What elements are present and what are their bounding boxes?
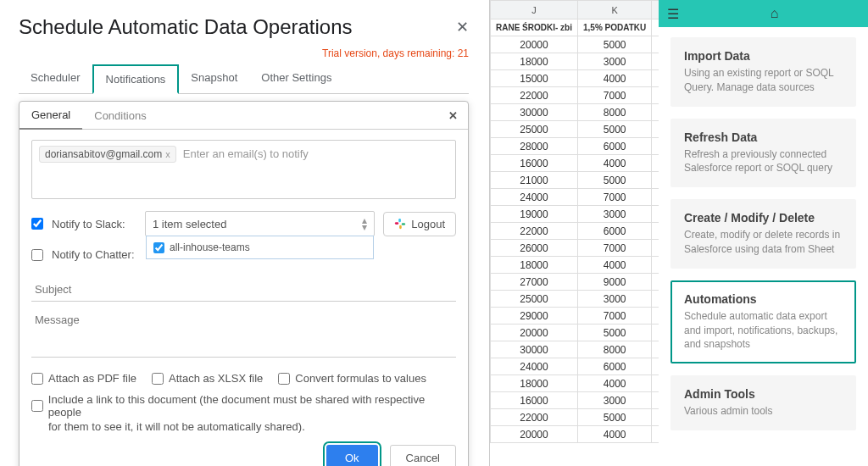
table-row[interactable]: 250005000 bbox=[491, 121, 659, 138]
table-row[interactable]: 210005000 bbox=[491, 172, 659, 189]
logout-button[interactable]: Logout bbox=[383, 212, 456, 236]
tab-notifications[interactable]: Notifications bbox=[92, 64, 180, 94]
sheet-table[interactable]: JK RANE ŚRODKI- zbi1,5% PODATKU200005000… bbox=[490, 0, 659, 443]
tab-general[interactable]: General bbox=[19, 102, 82, 130]
table-row[interactable]: 270009000 bbox=[491, 274, 659, 291]
tab-conditions[interactable]: Conditions bbox=[82, 103, 158, 129]
card-admin-tools[interactable]: Admin ToolsVarious admin tools bbox=[670, 375, 856, 430]
tab-other-settings[interactable]: Other Settings bbox=[249, 64, 343, 93]
svg-rect-3 bbox=[399, 225, 402, 229]
remove-chip-icon[interactable]: x bbox=[165, 149, 170, 159]
table-row[interactable]: 200005000 bbox=[491, 325, 659, 341]
table-row[interactable]: 160004000 bbox=[491, 155, 659, 172]
table-row[interactable]: 220006000 bbox=[491, 223, 659, 240]
table-row[interactable]: 180003000 bbox=[491, 53, 659, 70]
inner-close-icon[interactable]: ✕ bbox=[438, 103, 468, 129]
table-row[interactable]: 240006000 bbox=[491, 358, 659, 375]
subject-input[interactable] bbox=[31, 278, 456, 302]
spreadsheet: JK RANE ŚRODKI- zbi1,5% PODATKU200005000… bbox=[489, 0, 659, 466]
email-chip[interactable]: doriansabitov@gmail.com x bbox=[39, 146, 176, 163]
side-panel: ☰ ⌂ Import DataUsing an existing report … bbox=[659, 0, 868, 466]
home-icon[interactable]: ⌂ bbox=[771, 6, 779, 20]
slack-option-checkbox[interactable] bbox=[153, 242, 164, 253]
table-row[interactable]: 180004000 bbox=[491, 257, 659, 274]
include-link-checkbox[interactable] bbox=[31, 400, 43, 412]
notify-slack-label: Notify to Slack: bbox=[52, 218, 136, 230]
menu-icon[interactable]: ☰ bbox=[667, 6, 679, 22]
tab-scheduler[interactable]: Scheduler bbox=[19, 64, 92, 93]
table-row[interactable]: 300008000 bbox=[491, 341, 659, 358]
dialog-title: Schedule Automatic Data Operations bbox=[19, 15, 353, 39]
card-refresh-data[interactable]: Refresh DataRefresh a previously connect… bbox=[670, 119, 856, 188]
message-input[interactable] bbox=[31, 308, 456, 358]
inner-cancel-button[interactable]: Cancel bbox=[390, 445, 456, 466]
notify-slack-checkbox[interactable] bbox=[31, 218, 43, 230]
convert-checkbox[interactable] bbox=[278, 373, 290, 385]
svg-rect-1 bbox=[402, 223, 405, 225]
attach-xlsx-checkbox[interactable] bbox=[152, 373, 164, 385]
schedule-dialog: Schedule Automatic Data Operations ✕ Tri… bbox=[0, 0, 487, 466]
table-row[interactable]: 220007000 bbox=[491, 87, 659, 104]
select-arrows-icon: ▴▾ bbox=[362, 217, 367, 230]
notifications-modal: General Conditions ✕ doriansabitov@gmail… bbox=[19, 101, 469, 466]
svg-rect-2 bbox=[398, 219, 401, 222]
table-row[interactable]: 240007000 bbox=[491, 189, 659, 206]
table-row[interactable]: 160003000 bbox=[491, 392, 659, 409]
slack-dropdown: all-inhouse-teams bbox=[146, 236, 374, 259]
email-input[interactable]: doriansabitov@gmail.com x Enter an email… bbox=[31, 140, 456, 199]
outer-tabs: Scheduler Notifications Snapshot Other S… bbox=[19, 64, 469, 94]
svg-rect-0 bbox=[395, 222, 398, 225]
slack-icon bbox=[394, 218, 406, 230]
notify-chatter-label: Notify to Chatter: bbox=[52, 248, 136, 261]
email-placeholder: Enter an email(s) to notify bbox=[183, 146, 309, 160]
table-row[interactable]: 250003000 bbox=[491, 291, 659, 308]
table-row[interactable]: 200005000 bbox=[491, 36, 659, 53]
table-row[interactable]: 290007000 bbox=[491, 308, 659, 325]
table-row[interactable]: 190003000 bbox=[491, 206, 659, 223]
ok-button[interactable]: Ok bbox=[326, 445, 378, 466]
table-row[interactable]: 260007000 bbox=[491, 240, 659, 257]
table-row[interactable]: 300008000 bbox=[491, 104, 659, 121]
card-import-data[interactable]: Import DataUsing an existing report or S… bbox=[670, 37, 856, 107]
table-row[interactable]: 280006000 bbox=[491, 138, 659, 155]
table-row[interactable]: 180004000 bbox=[491, 375, 659, 392]
table-row[interactable]: 150004000 bbox=[491, 70, 659, 87]
slack-select[interactable]: 1 item selected ▴▾ all-inhouse-teams bbox=[145, 211, 375, 236]
table-row[interactable]: 220005000 bbox=[491, 409, 659, 426]
tab-snapshot[interactable]: Snapshot bbox=[179, 64, 249, 93]
notify-chatter-checkbox[interactable] bbox=[31, 249, 43, 261]
trial-notice: Trial version, days remaining: 21 bbox=[19, 47, 469, 59]
close-icon[interactable]: ✕ bbox=[456, 18, 469, 36]
attach-pdf-checkbox[interactable] bbox=[31, 373, 43, 385]
panel-header: ☰ ⌂ bbox=[659, 0, 868, 27]
card-create-modify-delete[interactable]: Create / Modify / DeleteCreate, modify o… bbox=[670, 199, 856, 269]
table-row[interactable]: 200004000 bbox=[491, 426, 659, 443]
card-automations[interactable]: AutomationsSchedule automatic data expor… bbox=[670, 280, 856, 363]
